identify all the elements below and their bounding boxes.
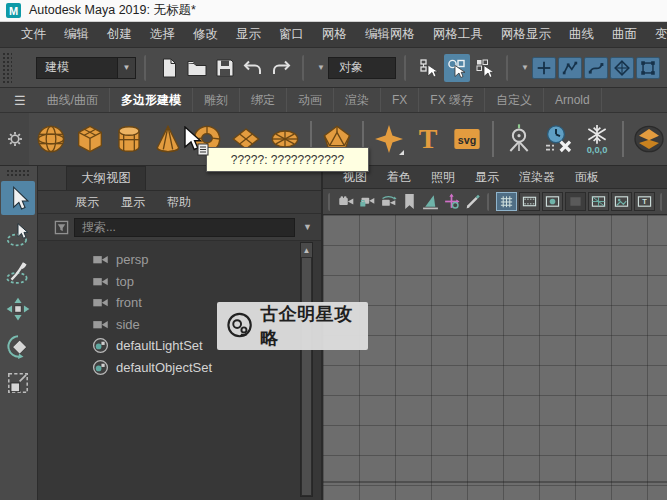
outliner-item-persp[interactable]: persp xyxy=(38,249,321,271)
shelf-tab-Arnold[interactable]: Arnold xyxy=(544,88,602,112)
menu-item-选择[interactable]: 选择 xyxy=(141,22,184,47)
viewport-menu-面板[interactable]: 面板 xyxy=(565,169,609,186)
select-by-object-icon[interactable] xyxy=(444,54,470,82)
separator[interactable] xyxy=(404,55,408,81)
viewport-canvas[interactable] xyxy=(323,215,667,500)
search-input[interactable] xyxy=(74,218,295,237)
selection-mask-dropdown[interactable]: 对象 xyxy=(328,57,396,79)
camera-icon[interactable] xyxy=(337,192,356,212)
scroll-up-icon[interactable]: ▲ xyxy=(301,243,312,257)
shelf-tab-FX[interactable]: FX xyxy=(381,88,419,112)
menu-item-编辑网格[interactable]: 编辑网格 xyxy=(356,22,424,47)
center-pivot-icon[interactable] xyxy=(501,119,537,159)
menu-item-修改[interactable]: 修改 xyxy=(184,22,227,47)
bookmark-icon[interactable] xyxy=(400,192,419,212)
separator[interactable] xyxy=(144,55,148,81)
image-plane-icon[interactable] xyxy=(421,192,440,212)
menu-item-变形[interactable]: 变形 xyxy=(646,22,667,47)
shelf-tab-曲线/曲面[interactable]: 曲线/曲面 xyxy=(36,88,110,112)
outliner-item-top[interactable]: top xyxy=(38,271,321,293)
resolution-gate-icon[interactable] xyxy=(542,192,563,211)
poly-sphere-icon[interactable] xyxy=(33,119,69,159)
grid-toggle-icon[interactable] xyxy=(496,192,517,211)
separator[interactable] xyxy=(302,55,306,81)
menu-set-dropdown[interactable]: 建模 ▼ xyxy=(36,57,136,79)
svg-tool-icon[interactable] xyxy=(449,119,485,159)
chevron-down-icon[interactable]: ▼ xyxy=(300,222,315,232)
freeze-transform-icon[interactable] xyxy=(579,119,615,159)
shelf-tab-渲染[interactable]: 渲染 xyxy=(334,88,381,112)
safe-action-icon[interactable] xyxy=(611,192,632,211)
outliner-menu-显示[interactable]: 显示 xyxy=(110,194,156,211)
open-scene-icon[interactable] xyxy=(184,54,210,82)
poly-cube-icon[interactable] xyxy=(72,119,108,159)
shelf-tab-动画[interactable]: 动画 xyxy=(287,88,334,112)
undo-icon[interactable] xyxy=(240,54,266,82)
shelf-tab-多边形建模[interactable]: 多边形建模 xyxy=(110,88,193,112)
new-scene-icon[interactable] xyxy=(156,54,182,82)
film-gate-icon[interactable] xyxy=(519,192,540,211)
super-shape-icon[interactable] xyxy=(371,119,407,159)
viewport-menu-照明[interactable]: 照明 xyxy=(421,169,465,186)
move-tool-icon[interactable] xyxy=(1,292,35,326)
grease-pencil-icon[interactable] xyxy=(463,192,482,212)
type-tool-icon[interactable] xyxy=(410,119,446,159)
outliner-menu-展示[interactable]: 展示 xyxy=(64,194,110,211)
chevron-down-icon[interactable]: ▼ xyxy=(317,63,325,72)
filter-icon[interactable] xyxy=(54,220,69,235)
drag-grip[interactable] xyxy=(6,169,30,177)
menu-item-网格[interactable]: 网格 xyxy=(313,22,356,47)
menu-item-网格显示[interactable]: 网格显示 xyxy=(492,22,560,47)
smooth-mesh-icon[interactable] xyxy=(631,119,667,159)
snap-to-points-icon[interactable] xyxy=(558,57,582,79)
paint-select-tool-icon[interactable] xyxy=(1,255,35,289)
tab-outliner[interactable]: 大纲视图 xyxy=(66,166,146,190)
live-surface-icon[interactable] xyxy=(636,57,660,79)
camera-orbit-icon[interactable] xyxy=(379,192,398,212)
chevron-down-icon[interactable]: ▼ xyxy=(521,63,529,72)
menu-item-编辑[interactable]: 编辑 xyxy=(55,22,98,47)
viewport-menu-渲染器[interactable]: 渲染器 xyxy=(509,169,565,186)
snap-to-grid-icon[interactable] xyxy=(532,57,556,79)
chevron-down-icon[interactable]: ▼ xyxy=(117,58,135,78)
menu-item-曲面[interactable]: 曲面 xyxy=(603,22,646,47)
snap-to-curves-icon[interactable] xyxy=(584,57,608,79)
gate-mask-icon[interactable] xyxy=(565,192,586,211)
poly-cylinder-icon[interactable] xyxy=(111,119,147,159)
select-by-component-icon[interactable] xyxy=(472,54,498,82)
save-scene-icon[interactable] xyxy=(212,54,238,82)
shelf-menu-icon[interactable]: ☰ xyxy=(14,93,26,108)
poly-cone-icon[interactable] xyxy=(150,119,186,159)
redo-icon[interactable] xyxy=(268,54,294,82)
menu-item-网格工具[interactable]: 网格工具 xyxy=(424,22,492,47)
outliner-scrollbar[interactable]: ▲ xyxy=(300,242,313,497)
snap-to-planes-icon[interactable] xyxy=(610,57,634,79)
outliner-item-defaultObjectSet[interactable]: defaultObjectSet xyxy=(38,357,321,379)
scale-tool-icon[interactable] xyxy=(1,366,35,400)
menu-item-显示[interactable]: 显示 xyxy=(227,22,270,47)
safe-title-icon[interactable] xyxy=(634,192,655,211)
viewport-menu-显示[interactable]: 显示 xyxy=(465,169,509,186)
pan-zoom-icon[interactable] xyxy=(442,192,461,212)
menu-item-窗口[interactable]: 窗口 xyxy=(270,22,313,47)
delete-history-icon[interactable] xyxy=(540,119,576,159)
field-chart-icon[interactable] xyxy=(588,192,609,211)
drag-grip[interactable] xyxy=(2,52,12,84)
shelf-tab-绑定[interactable]: 绑定 xyxy=(240,88,287,112)
shelf-tab-FX 缓存[interactable]: FX 缓存 xyxy=(419,88,485,112)
shelf-tab-雕刻[interactable]: 雕刻 xyxy=(193,88,240,112)
menu-item-曲线[interactable]: 曲线 xyxy=(560,22,603,47)
outliner-menu-帮助[interactable]: 帮助 xyxy=(156,194,202,211)
separator[interactable] xyxy=(506,55,510,81)
select-tool-icon[interactable] xyxy=(1,181,35,215)
gear-icon[interactable] xyxy=(6,130,24,148)
menu-item-文件[interactable]: 文件 xyxy=(12,22,55,47)
select-by-hierarchy-icon[interactable] xyxy=(416,54,442,82)
shelf-tab-自定义[interactable]: 自定义 xyxy=(485,88,544,112)
lasso-tool-icon[interactable] xyxy=(1,218,35,252)
menu-item-创建[interactable]: 创建 xyxy=(98,22,141,47)
scrollbar-thumb[interactable] xyxy=(302,258,311,495)
viewport-menu-着色[interactable]: 着色 xyxy=(377,169,421,186)
rotate-tool-icon[interactable] xyxy=(1,329,35,363)
camera-lock-icon[interactable] xyxy=(358,192,377,212)
